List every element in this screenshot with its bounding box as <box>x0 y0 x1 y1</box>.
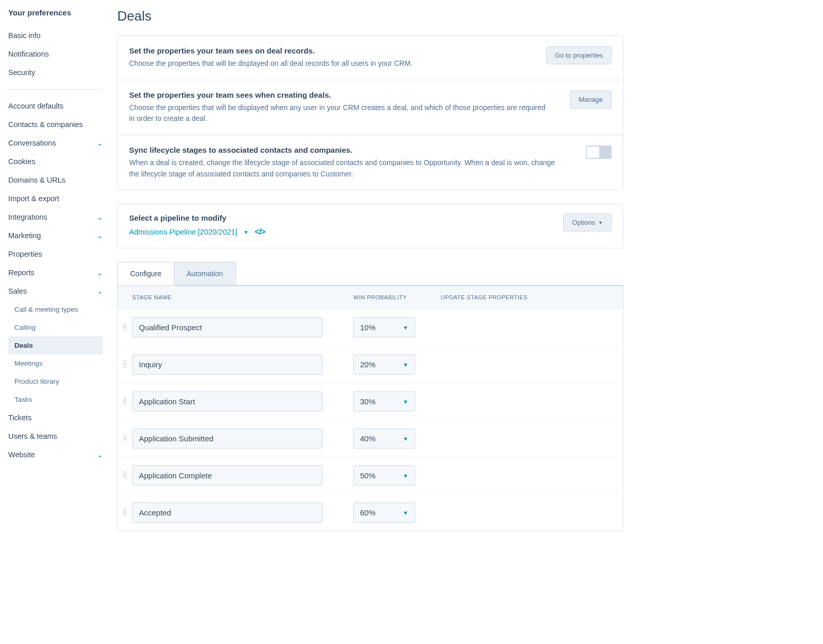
win-probability-select[interactable]: 50%▼ <box>353 466 415 486</box>
stage-name-input[interactable] <box>132 354 323 374</box>
card-action-button[interactable]: Go to properties <box>546 46 612 64</box>
settings-card-group: Set the properties your team sees on dea… <box>117 35 623 190</box>
win-probability-select[interactable]: 20%▼ <box>353 354 415 374</box>
caret-down-icon: ▼ <box>403 362 408 368</box>
sidebar-item-website[interactable]: Website⌄ <box>8 445 109 464</box>
sidebar-item-import-export[interactable]: Import & export <box>8 189 109 208</box>
pipeline-heading: Select a pipeline to modify <box>129 213 265 222</box>
stage-row: ⠿⠿20%▼ <box>118 346 623 383</box>
caret-down-icon: ▼ <box>403 510 408 516</box>
tab-configure[interactable]: Configure <box>117 262 174 285</box>
sidebar-item-conversations[interactable]: Conversations⌄ <box>8 134 109 152</box>
sidebar-item-tickets[interactable]: Tickets <box>8 408 109 427</box>
caret-down-icon: ▼ <box>598 220 603 225</box>
sidebar-item-security[interactable]: Security <box>8 63 109 82</box>
tab-automation[interactable]: Automation <box>174 262 236 285</box>
card-action-button[interactable]: Manage <box>570 91 612 109</box>
stage-name-input[interactable] <box>132 428 323 449</box>
drag-handle-icon[interactable]: ⠿⠿ <box>118 362 132 368</box>
win-probability-select[interactable]: 30%▼ <box>353 391 415 412</box>
tabs: ConfigureAutomation <box>117 262 623 285</box>
sidebar-heading: Your preferences <box>8 8 109 17</box>
page-title: Deals <box>117 8 623 24</box>
win-probability-select[interactable]: 10%▼ <box>353 317 415 337</box>
card-title: Set the properties your team sees when c… <box>129 91 549 99</box>
drag-handle-icon[interactable]: ⠿⠿ <box>118 399 132 405</box>
main-content: Deals Set the properties your team sees … <box>109 0 623 644</box>
settings-card: Sync lifecycle stages to associated cont… <box>118 135 623 190</box>
card-title: Sync lifecycle stages to associated cont… <box>129 146 565 154</box>
sidebar-subitem-tasks[interactable]: Tasks <box>8 390 109 408</box>
stage-row: ⠿⠿40%▼ <box>118 420 623 457</box>
sidebar-subitem-product-library[interactable]: Product library <box>8 372 109 390</box>
stage-name-input[interactable] <box>132 466 323 486</box>
sidebar-item-domains-urls[interactable]: Domains & URLs <box>8 171 109 189</box>
chevron-down-icon: ⌄ <box>97 139 103 147</box>
pipeline-options-button[interactable]: Options ▼ <box>563 213 612 231</box>
sidebar-subitem-call-meeting-types[interactable]: Call & meeting types <box>8 300 109 318</box>
pipeline-selected-label: Admissions Pipeline [2020/2021] <box>129 228 237 236</box>
drag-handle-icon[interactable]: ⠿⠿ <box>118 325 132 331</box>
sidebar-item-integrations[interactable]: Integrations⌄ <box>8 208 109 226</box>
caret-down-icon: ▼ <box>403 436 408 442</box>
caret-down-icon: ▼ <box>403 325 408 331</box>
sidebar: Your preferences Basic infoNotifications… <box>0 0 109 644</box>
stage-row: ⠿⠿60%▼ <box>118 494 623 531</box>
caret-down-icon: ▼ <box>403 473 408 479</box>
settings-card: Set the properties your team sees when c… <box>118 80 623 135</box>
stage-table-header: STAGE NAME WIN PROBABILITY UPDATE STAGE … <box>118 286 623 309</box>
stage-name-input[interactable] <box>132 503 323 523</box>
stage-row: ⠿⠿30%▼ <box>118 383 623 420</box>
sidebar-item-sales[interactable]: Sales⌄ <box>8 282 109 300</box>
col-win-prob: WIN PROBABILITY <box>353 294 441 300</box>
sidebar-item-properties[interactable]: Properties <box>8 245 109 263</box>
sidebar-item-reports[interactable]: Reports⌄ <box>8 263 109 282</box>
caret-down-icon: ▼ <box>243 229 248 235</box>
sidebar-item-account-defaults[interactable]: Account defaults <box>8 97 109 115</box>
drag-handle-icon[interactable]: ⠿⠿ <box>118 473 132 479</box>
sidebar-subitem-deals[interactable]: Deals <box>8 336 103 354</box>
stage-name-input[interactable] <box>132 391 323 412</box>
stage-row: ⠿⠿10%▼ <box>118 309 623 346</box>
sidebar-divider <box>8 89 103 90</box>
card-desc: Choose the properties that will be displ… <box>129 58 526 69</box>
settings-card: Set the properties your team sees on dea… <box>118 36 623 80</box>
sidebar-item-notifications[interactable]: Notifications <box>8 45 109 63</box>
card-desc: Choose the properties that will be displ… <box>129 102 549 124</box>
caret-down-icon: ▼ <box>403 399 408 405</box>
chevron-down-icon: ⌄ <box>97 213 103 221</box>
sidebar-item-contacts-companies[interactable]: Contacts & companies <box>8 115 109 134</box>
card-desc: When a deal is created, change the lifec… <box>129 157 565 180</box>
chevron-down-icon: ⌄ <box>97 287 103 295</box>
drag-handle-icon[interactable]: ⠿⠿ <box>118 436 132 442</box>
sidebar-item-cookies[interactable]: Cookies <box>8 152 109 171</box>
stage-table: STAGE NAME WIN PROBABILITY UPDATE STAGE … <box>117 285 623 531</box>
col-update-props: UPDATE STAGE PROPERTIES <box>441 294 612 300</box>
pipeline-selector-card: Select a pipeline to modify Admissions P… <box>117 204 623 248</box>
win-probability-select[interactable]: 60%▼ <box>353 503 415 523</box>
chevron-down-icon: ⌄ <box>97 269 103 277</box>
sidebar-subitem-meetings[interactable]: Meetings <box>8 354 109 372</box>
chevron-down-icon: ⌄ <box>97 451 103 459</box>
stage-name-input[interactable] <box>132 317 323 337</box>
sidebar-item-basic-info[interactable]: Basic info <box>8 26 109 45</box>
sidebar-item-users-teams[interactable]: Users & teams <box>8 427 109 445</box>
card-title: Set the properties your team sees on dea… <box>129 46 526 55</box>
chevron-down-icon: ⌄ <box>97 231 103 240</box>
sync-lifecycle-toggle[interactable] <box>586 146 612 159</box>
pipeline-dropdown[interactable]: Admissions Pipeline [2020/2021] ▼ </> <box>129 227 265 237</box>
stage-row: ⠿⠿50%▼ <box>118 457 623 494</box>
sidebar-item-marketing[interactable]: Marketing⌄ <box>8 226 109 245</box>
win-probability-select[interactable]: 40%▼ <box>353 428 415 449</box>
col-stage-name: STAGE NAME <box>132 294 353 300</box>
drag-handle-icon[interactable]: ⠿⠿ <box>118 510 132 516</box>
code-icon[interactable]: </> <box>255 227 265 237</box>
sidebar-subitem-calling[interactable]: Calling <box>8 318 109 336</box>
